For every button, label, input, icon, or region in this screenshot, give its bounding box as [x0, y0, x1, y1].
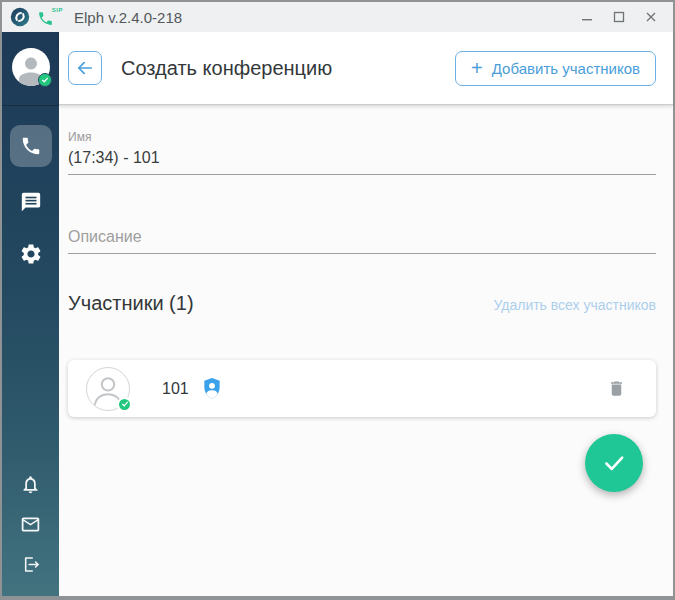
sidebar-divider: [2, 105, 59, 106]
name-field-label: Имя: [68, 130, 656, 144]
app-body: Создать конференцию + Добавить участнико…: [2, 32, 673, 596]
trash-icon: [607, 379, 626, 398]
add-participants-button[interactable]: + Добавить участников: [455, 51, 656, 86]
confirm-fab-button[interactable]: [585, 434, 643, 492]
app-logo-icon: [10, 7, 30, 27]
sidebar-item-mail[interactable]: [19, 512, 43, 536]
logout-icon: [20, 554, 41, 575]
page-header: Создать конференцию + Добавить участнико…: [59, 32, 673, 105]
participant-avatar: [86, 367, 130, 411]
moderator-shield-icon: [202, 377, 222, 400]
participant-name: 101: [162, 380, 189, 398]
app-window: SIP Elph v.2.4.0-218: [0, 0, 675, 600]
sidebar-item-settings[interactable]: [10, 233, 52, 275]
envelope-icon: [20, 514, 41, 535]
main-panel: Создать конференцию + Добавить участнико…: [59, 32, 673, 596]
window-title: Elph v.2.4.0-218: [74, 9, 182, 26]
maximize-button[interactable]: [603, 4, 635, 30]
sidebar: [2, 32, 59, 596]
sip-label: SIP: [52, 7, 63, 13]
window-controls: [571, 4, 667, 30]
page-content: Имя Участники (1) Удалить всех участнико…: [59, 105, 673, 596]
online-status-badge: [38, 73, 52, 87]
sidebar-item-chat[interactable]: [10, 181, 52, 223]
sidebar-bottom: [19, 472, 43, 576]
conference-name-input[interactable]: [68, 146, 656, 175]
sidebar-item-notifications[interactable]: [19, 472, 43, 496]
phone-icon: [20, 135, 42, 157]
participants-row: Участники (1) Удалить всех участников: [68, 292, 656, 315]
left-arrow-icon: [75, 58, 95, 78]
participants-heading: Участники (1): [68, 292, 194, 315]
sip-phone-icon: SIP: [37, 7, 63, 27]
titlebar: SIP Elph v.2.4.0-218: [2, 2, 673, 32]
back-button[interactable]: [68, 51, 102, 85]
check-icon: [601, 450, 627, 476]
gear-icon: [19, 242, 43, 266]
add-participants-label: Добавить участников: [492, 60, 640, 77]
page-title: Создать конференцию: [121, 57, 332, 80]
profile-avatar[interactable]: [12, 48, 50, 86]
plus-icon: +: [471, 58, 483, 78]
close-button[interactable]: [635, 4, 667, 30]
remove-all-participants-link[interactable]: Удалить всех участников: [493, 297, 656, 313]
participant-online-badge: [117, 397, 132, 412]
participant-card: 101: [68, 360, 656, 417]
sidebar-item-logout[interactable]: [19, 552, 43, 576]
bell-icon: [20, 474, 41, 495]
description-input[interactable]: [68, 225, 656, 254]
chat-icon: [20, 191, 42, 213]
minimize-button[interactable]: [571, 4, 603, 30]
sidebar-item-calls[interactable]: [10, 125, 52, 167]
delete-participant-button[interactable]: [604, 377, 628, 401]
